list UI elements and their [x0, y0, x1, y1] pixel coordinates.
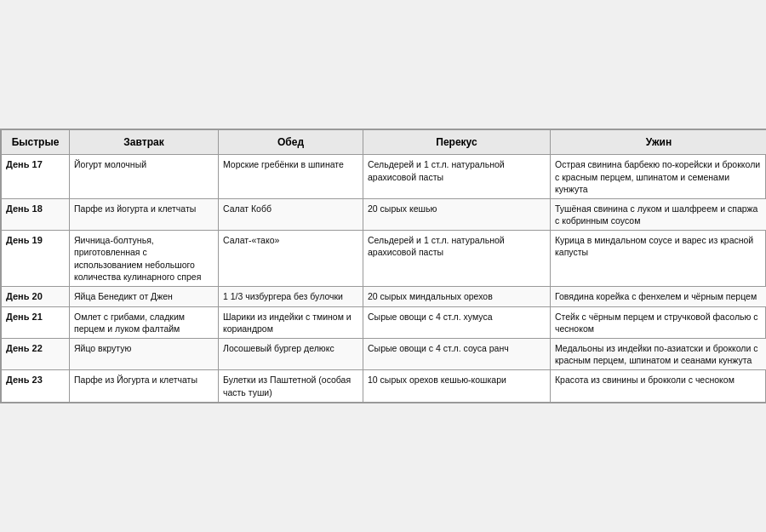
snack-cell: Сельдерей и 1 ст.л. натуральной арахисов…	[363, 231, 551, 287]
dinner-cell: Красота из свинины и брокколи с чесноком	[551, 370, 767, 402]
snack-cell: Сельдерей и 1 ст.л. натуральной арахисов…	[363, 155, 551, 199]
lunch-cell: Лосошевый бургер делюкс	[219, 339, 363, 370]
dinner-cell: Медальоны из индейки по-азиатски и брокк…	[551, 339, 767, 370]
breakfast-cell: Омлет с грибами, сладким перцем и луком …	[70, 306, 219, 338]
snack-cell: 20 сырых кешью	[363, 198, 551, 230]
breakfast-cell: Парфе из йогурта и клетчаты	[70, 198, 219, 230]
table-row: День 20Яйца Бенедикт от Джен1 1/3 чизбур…	[2, 286, 767, 306]
lunch-cell: Салат-«тако»	[219, 231, 363, 287]
snack-cell: Сырые овощи с 4 ст.л. хумуса	[363, 306, 551, 338]
breakfast-cell: Яйца Бенедикт от Джен	[70, 286, 219, 306]
table-row: День 21Омлет с грибами, сладким перцем и…	[2, 306, 767, 338]
table-row: День 17Йогурт молочныйМорские гребёнки в…	[2, 155, 767, 199]
table-row: День 18Парфе из йогурта и клетчатыСалат …	[2, 198, 767, 230]
col-header-snack: Перекус	[363, 130, 551, 155]
col-header-day: Быстрые	[2, 130, 70, 155]
breakfast-cell: Яйцо вкрутую	[70, 339, 219, 370]
breakfast-cell: Парфе из Йогурта и клетчаты	[70, 370, 219, 402]
breakfast-cell: Яичница-болтунья, приготовленная с испол…	[70, 231, 219, 287]
table-row: День 22Яйцо вкрутуюЛосошевый бургер делю…	[2, 339, 767, 370]
day-cell: День 17	[2, 155, 70, 199]
day-cell: День 18	[2, 198, 70, 230]
dinner-cell: Острая свинина барбекю по-корейски и бро…	[551, 155, 767, 199]
col-header-lunch: Обед	[219, 130, 363, 155]
lunch-cell: Салат Кобб	[219, 198, 363, 230]
day-cell: День 21	[2, 306, 70, 338]
snack-cell: 20 сырых миндальных орехов	[363, 286, 551, 306]
dinner-cell: Курица в миндальном соусе и вареc из кра…	[551, 231, 767, 287]
col-header-breakfast: Завтрак	[70, 130, 219, 155]
dinner-cell: Тушёная свинина с луком и шалфреем и спа…	[551, 198, 767, 230]
day-cell: День 22	[2, 339, 70, 370]
day-cell: День 20	[2, 286, 70, 306]
dinner-cell: Стейк с чёрным перцем и стручковой фасол…	[551, 306, 767, 338]
lunch-cell: 1 1/3 чизбургера без булочки	[219, 286, 363, 306]
lunch-cell: Морские гребёнки в шпинате	[219, 155, 363, 199]
meal-plan-table: Быстрые Завтрак Обед Перекус Ужин День 1…	[0, 129, 766, 403]
breakfast-cell: Йогурт молочный	[70, 155, 219, 199]
col-header-dinner: Ужин	[551, 130, 767, 155]
table-row: День 19Яичница-болтунья, приготовленная …	[2, 231, 767, 287]
day-cell: День 23	[2, 370, 70, 402]
day-cell: День 19	[2, 231, 70, 287]
lunch-cell: Булетки из Паштетной (особая часть туши)	[219, 370, 363, 402]
snack-cell: Сырые овощи с 4 ст.л. соуса ранч	[363, 339, 551, 370]
snack-cell: 10 сырых орехов кешью-кошкари	[363, 370, 551, 402]
lunch-cell: Шарики из индейки с тмином и кориандром	[219, 306, 363, 338]
table-row: День 23Парфе из Йогурта и клетчатыБулетк…	[2, 370, 767, 402]
dinner-cell: Говядина корейка с фенхелем и чёрным пер…	[551, 286, 767, 306]
